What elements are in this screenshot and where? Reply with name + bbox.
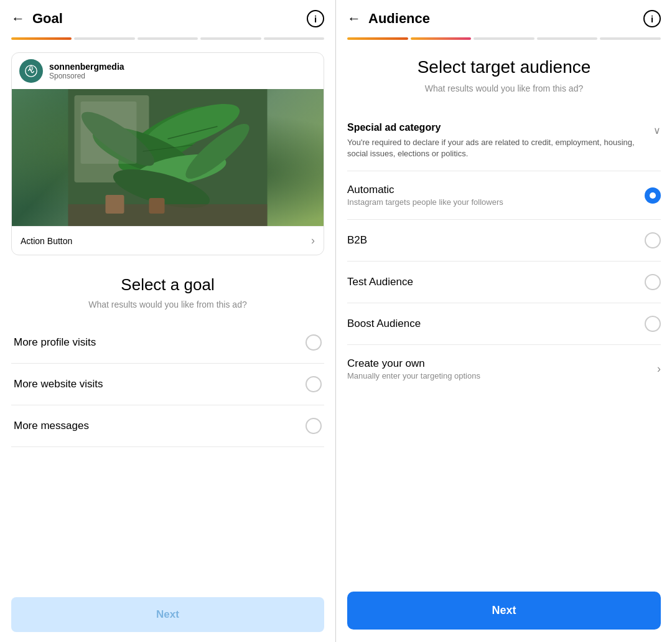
left-header: ← Goal i	[0, 0, 335, 37]
right-header: ← Audience i	[336, 0, 672, 37]
select-audience-title: Select target audience	[347, 57, 661, 77]
left-progress-seg-1	[11, 37, 72, 40]
goal-option-more-messages[interactable]: More messages	[11, 405, 324, 447]
svg-rect-14	[106, 195, 124, 214]
audience-option-automatic-desc: Instagram targets people like your follo…	[347, 197, 645, 207]
svg-rect-12	[81, 101, 137, 164]
create-own-title: Create your own	[347, 357, 657, 370]
left-progress-bar	[0, 37, 335, 45]
create-own-chevron-right-icon: ›	[657, 362, 661, 375]
ad-sponsored-label: Sponsored	[49, 72, 124, 80]
goal-option-profile-visits-label: More profile visits	[14, 336, 96, 349]
goal-option-profile-visits-radio[interactable]	[306, 334, 322, 351]
right-next-button-container: Next	[336, 582, 672, 642]
select-goal-subtitle: What results would you like from this ad…	[11, 300, 324, 309]
audience-option-boost-radio[interactable]	[645, 316, 661, 332]
right-progress-bar	[336, 37, 672, 45]
special-ad-chevron-down-icon: ∨	[653, 125, 661, 136]
right-info-button[interactable]: i	[643, 10, 661, 27]
audience-option-automatic-radio[interactable]	[645, 187, 661, 204]
ad-account-name: sonnenbergmedia	[49, 62, 124, 72]
right-progress-seg-2	[411, 37, 472, 40]
audience-option-test[interactable]: Test Audience	[347, 262, 661, 303]
special-ad-category-text: Special ad category You're required to d…	[347, 122, 653, 159]
audience-option-boost[interactable]: Boost Audience	[347, 303, 661, 345]
ad-action-label: Action Button	[21, 236, 72, 246]
audience-option-b2b-radio[interactable]	[645, 232, 661, 248]
audience-option-boost-info: Boost Audience	[347, 318, 645, 330]
ad-action-chevron-right-icon: ›	[311, 234, 315, 247]
goal-option-website-visits[interactable]: More website visits	[11, 364, 324, 405]
special-ad-category-desc: You're required to declare if your ads a…	[347, 137, 646, 159]
left-info-button[interactable]: i	[307, 10, 324, 27]
create-own-desc: Manually enter your targeting options	[347, 371, 657, 380]
right-back-button[interactable]: ←	[347, 11, 361, 27]
goal-option-more-messages-radio[interactable]	[306, 418, 322, 434]
left-page-title: Goal	[32, 11, 307, 27]
ad-preview-card: sonnenbergmedia Sponsored	[11, 52, 324, 255]
goal-options-list: More profile visits More website visits …	[0, 316, 335, 587]
ad-image	[12, 89, 324, 226]
right-progress-seg-1	[347, 37, 408, 40]
left-progress-seg-4	[200, 37, 261, 40]
special-ad-category-title: Special ad category	[347, 122, 646, 133]
goal-option-website-visits-radio[interactable]	[306, 376, 322, 392]
left-next-button: Next	[11, 597, 324, 632]
left-panel: ← Goal i sonnenbergmedia Sponsored	[0, 0, 336, 642]
audience-option-b2b[interactable]: B2B	[347, 220, 661, 262]
select-audience-subtitle: What results would you like from this ad…	[347, 83, 661, 93]
right-content: Select target audience What results woul…	[336, 45, 672, 582]
audience-option-test-info: Test Audience	[347, 276, 645, 288]
left-back-button[interactable]: ←	[11, 11, 25, 27]
ad-account-info: sonnenbergmedia Sponsored	[49, 62, 124, 80]
ad-action-row[interactable]: Action Button ›	[12, 226, 324, 255]
ad-preview-header: sonnenbergmedia Sponsored	[12, 53, 324, 89]
left-progress-seg-5	[264, 37, 324, 40]
svg-rect-15	[149, 198, 165, 214]
audience-option-test-radio[interactable]	[645, 274, 661, 290]
special-ad-category[interactable]: Special ad category You're required to d…	[347, 111, 661, 171]
right-page-title: Audience	[368, 11, 643, 27]
goal-option-profile-visits[interactable]: More profile visits	[11, 322, 324, 364]
audience-option-test-title: Test Audience	[347, 276, 645, 288]
select-goal-title: Select a goal	[11, 275, 324, 295]
svg-rect-13	[68, 204, 268, 226]
create-own-info: Create your own Manually enter your targ…	[347, 357, 657, 380]
ad-avatar	[19, 59, 43, 83]
left-progress-seg-3	[138, 37, 198, 40]
audience-option-b2b-title: B2B	[347, 234, 645, 247]
audience-option-automatic-info: Automatic Instagram targets people like …	[347, 184, 645, 207]
goal-option-website-visits-label: More website visits	[14, 378, 103, 390]
audience-option-automatic-title: Automatic	[347, 184, 645, 196]
select-goal-section: Select a goal What results would you lik…	[0, 263, 335, 316]
right-progress-seg-3	[474, 37, 534, 40]
create-own-option[interactable]: Create your own Manually enter your targ…	[347, 345, 661, 393]
right-panel: ← Audience i Select target audience What…	[336, 0, 672, 642]
audience-option-automatic[interactable]: Automatic Instagram targets people like …	[347, 171, 661, 220]
left-progress-seg-2	[74, 37, 134, 40]
right-next-button[interactable]: Next	[347, 592, 661, 630]
audience-option-b2b-info: B2B	[347, 234, 645, 247]
goal-option-more-messages-label: More messages	[14, 420, 89, 432]
right-progress-seg-5	[600, 37, 661, 40]
audience-option-boost-title: Boost Audience	[347, 318, 645, 330]
right-progress-seg-4	[537, 37, 598, 40]
